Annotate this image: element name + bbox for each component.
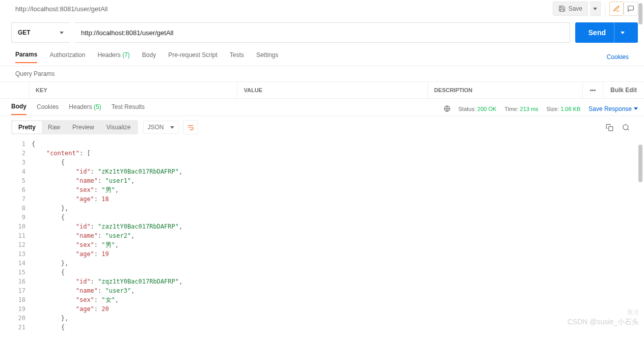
- watermark-line1: 激活: [627, 308, 639, 317]
- view-mode-segment: Pretty Raw Preview Visualize: [11, 120, 138, 134]
- tab-headers-count: (7): [122, 51, 130, 59]
- edit-icon-button[interactable]: [609, 2, 624, 16]
- globe-icon[interactable]: [444, 105, 450, 112]
- tab-body[interactable]: Body: [142, 51, 156, 63]
- svg-rect-3: [608, 126, 612, 130]
- save-response-button[interactable]: Save Response: [588, 105, 638, 112]
- resp-tab-cookies[interactable]: Cookies: [37, 103, 59, 115]
- wrap-icon: [187, 124, 194, 131]
- save-button[interactable]: Save: [553, 2, 588, 16]
- method-select[interactable]: GET: [11, 22, 70, 43]
- save-label: Save: [569, 5, 582, 12]
- view-preview[interactable]: Preview: [66, 121, 100, 133]
- svg-line-5: [627, 129, 629, 130]
- wrap-button[interactable]: [183, 120, 198, 134]
- code-content: { "content": [ { "id": "zKz1tY0Bac017RbD…: [30, 138, 182, 332]
- request-title: http://localhost:8081/user/getAll: [15, 5, 108, 13]
- tab-headers-label: Headers: [97, 51, 120, 59]
- outer-scrollbar[interactable]: [638, 3, 642, 24]
- params-checkbox-col: [0, 82, 30, 98]
- resp-tab-headers[interactable]: Headers (5): [69, 103, 101, 115]
- copy-icon: [606, 124, 613, 131]
- divider: [605, 3, 605, 15]
- send-button[interactable]: Send: [575, 22, 638, 43]
- watermark-line2: CSDN @susie_小石头: [568, 318, 639, 327]
- params-desc-header: DESCRIPTION: [428, 82, 583, 98]
- status-meta: Status: 200 OK: [459, 106, 497, 112]
- save-icon: [558, 5, 566, 12]
- params-key-header: KEY: [30, 82, 237, 98]
- svg-point-4: [623, 124, 628, 129]
- send-label: Send: [588, 29, 606, 37]
- line-gutter: 123456789101112131415161718192021: [11, 138, 30, 332]
- tab-params[interactable]: Params: [15, 51, 37, 63]
- comment-icon: [627, 5, 634, 12]
- tab-authorization[interactable]: Authorization: [49, 51, 85, 63]
- format-select[interactable]: JSON: [143, 121, 179, 134]
- search-button[interactable]: [619, 120, 633, 134]
- pencil-icon: [613, 5, 620, 12]
- comment-icon-button[interactable]: [624, 2, 638, 16]
- query-params-title: Query Params: [0, 66, 644, 81]
- response-body[interactable]: 123456789101112131415161718192021 { "con…: [0, 138, 644, 332]
- bulk-edit-button[interactable]: Bulk Edit: [603, 82, 644, 98]
- size-meta: Size: 1.08 KB: [547, 106, 581, 112]
- tab-headers[interactable]: Headers (7): [97, 51, 129, 63]
- chevron-down-icon: [593, 8, 597, 10]
- method-value: GET: [18, 29, 31, 36]
- send-dropdown[interactable]: [614, 22, 625, 43]
- resp-tab-body[interactable]: Body: [11, 103, 26, 115]
- params-value-header: VALUE: [237, 82, 428, 98]
- code-scrollbar[interactable]: [638, 145, 642, 182]
- tab-tests[interactable]: Tests: [230, 51, 244, 63]
- resp-tab-test-results[interactable]: Test Results: [112, 103, 145, 115]
- chevron-down-icon: [170, 126, 174, 129]
- view-visualize[interactable]: Visualize: [100, 121, 137, 133]
- tab-prerequest[interactable]: Pre-request Script: [168, 51, 218, 63]
- chevron-down-icon: [60, 32, 64, 34]
- tab-settings[interactable]: Settings: [256, 51, 278, 63]
- cookies-link[interactable]: Cookies: [607, 53, 629, 61]
- chevron-down-icon: [621, 32, 625, 34]
- url-input[interactable]: [75, 22, 570, 43]
- save-dropdown[interactable]: [590, 2, 601, 16]
- resp-headers-label: Headers: [69, 103, 92, 110]
- chevron-down-icon: [634, 107, 638, 110]
- view-pretty[interactable]: Pretty: [12, 121, 42, 133]
- view-raw[interactable]: Raw: [42, 121, 66, 133]
- copy-button[interactable]: [602, 120, 616, 134]
- time-meta: Time: 213 ms: [504, 106, 538, 112]
- params-more-button[interactable]: •••: [583, 82, 603, 98]
- resp-headers-count: (5): [94, 103, 101, 110]
- search-icon: [622, 124, 630, 131]
